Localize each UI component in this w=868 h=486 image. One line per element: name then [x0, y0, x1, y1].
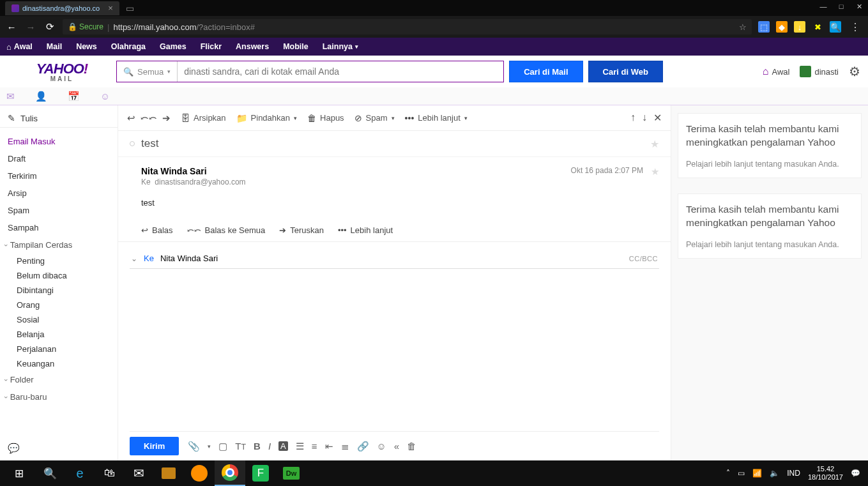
header-home-link[interactable]: ⌂Awal [763, 66, 790, 77]
discard-icon[interactable]: 🗑 [407, 441, 416, 452]
toolbar-forward-arrow-icon[interactable]: ➔ [162, 112, 171, 124]
uhf-more[interactable]: Lainnya ▾ [323, 42, 358, 51]
tray-language[interactable]: IND [787, 469, 800, 478]
folder-archive[interactable]: Arsip [0, 185, 118, 202]
bullet-list-icon[interactable]: ☰ [296, 441, 304, 452]
link-icon[interactable]: 🔗 [357, 441, 369, 452]
rail-card-sub[interactable]: Pelajari lebih lanjut tentang masukan An… [686, 240, 853, 249]
chrome-menu-icon[interactable]: ⋮ [850, 21, 860, 33]
smart-travel[interactable]: Perjalanan [0, 342, 118, 356]
calendar-tab-icon[interactable]: 📅 [68, 91, 80, 102]
taskbar-edge-icon[interactable]: e [65, 463, 95, 483]
send-button[interactable]: Kirim [130, 437, 179, 455]
rail-card-sub[interactable]: Pelajari lebih lanjut tentang masukan An… [686, 160, 853, 169]
section-recent[interactable]: Baru-baru [0, 388, 118, 406]
taskbar-firefox-icon[interactable] [184, 460, 215, 486]
new-tab-button[interactable]: ▭ [126, 3, 134, 13]
attach-icon[interactable]: 📎 [188, 441, 200, 452]
taskbar-mail-icon[interactable]: ✉ [124, 463, 153, 483]
yahoo-mail-logo[interactable]: YAHOO! MAIL [8, 61, 116, 82]
uhf-home[interactable]: ⌂Awal [6, 42, 33, 52]
header-profile-link[interactable]: dinasti [800, 66, 839, 77]
font-size-icon[interactable]: TT [235, 441, 246, 452]
section-folders[interactable]: Folder [0, 371, 118, 388]
tray-chevron-icon[interactable]: ˄ [726, 469, 730, 478]
align-icon[interactable]: ≣ [341, 441, 349, 452]
contacts-tab-icon[interactable]: 👤 [35, 91, 47, 102]
settings-gear-icon[interactable]: ⚙ [849, 64, 860, 79]
taskbar-store-icon[interactable]: 🛍 [95, 463, 124, 483]
smart-unread[interactable]: Belum dibaca [0, 268, 118, 283]
uhf-mail[interactable]: Mail [47, 42, 62, 51]
window-maximize-icon[interactable]: □ [832, 0, 850, 13]
tray-wifi-icon[interactable]: 📶 [752, 469, 762, 478]
taskbar-app-icon[interactable]: F [245, 460, 276, 486]
window-close-icon[interactable]: ✕ [850, 0, 868, 13]
emoji-icon[interactable]: ☺ [377, 441, 386, 452]
search-input[interactable] [178, 61, 503, 82]
search-web-button[interactable]: Cari di Web [588, 61, 663, 82]
messenger-icon[interactable]: 💬 [8, 443, 20, 454]
tab-close-icon[interactable]: × [108, 3, 113, 13]
start-button[interactable]: ⊞ [4, 460, 34, 486]
compose-button[interactable]: ✎ Tulis [0, 109, 118, 128]
folder-draft[interactable]: Draft [0, 150, 118, 167]
folder-spam[interactable]: Spam [0, 202, 118, 219]
smart-finance[interactable]: Keuangan [0, 356, 118, 371]
search-taskbar-icon[interactable]: 🔍 [34, 460, 65, 486]
number-list-icon[interactable]: ≡ [312, 441, 317, 452]
bookmark-star-icon[interactable]: ☆ [739, 22, 747, 32]
archive-button[interactable]: 🗄Arsipkan [181, 113, 226, 123]
indent-icon[interactable]: ⇤ [325, 441, 333, 452]
gif-icon[interactable]: ▢ [218, 441, 227, 452]
address-bar[interactable]: 🔒 Secure | https://mail.yahoo.com/?actio… [63, 19, 752, 34]
close-message-icon[interactable]: ✕ [653, 112, 662, 124]
section-smart-views[interactable]: Tampilan Cerdas [0, 236, 118, 254]
uhf-flickr[interactable]: Flickr [201, 42, 222, 51]
move-button[interactable]: 📁Pindahkan▾ [236, 113, 297, 123]
smart-important[interactable]: Penting [0, 254, 118, 268]
folder-sent[interactable]: Terkirim [0, 167, 118, 185]
notepad-tab-icon[interactable]: ☺ [100, 91, 110, 102]
star-icon[interactable]: ★ [651, 166, 659, 178]
reply-button[interactable]: ↩Balas [141, 225, 173, 235]
more-button[interactable]: •••Lebih lanjut▾ [405, 113, 468, 123]
spam-button[interactable]: ⊘Spam▾ [354, 113, 395, 123]
extension-icon[interactable]: ◆ [776, 21, 788, 33]
taskbar-explorer-icon[interactable] [153, 460, 184, 486]
taskbar-dreamweaver-icon[interactable]: Dw [276, 460, 307, 486]
tray-volume-icon[interactable]: 🔈 [770, 469, 779, 478]
mail-tab-icon[interactable]: ✉ [6, 91, 15, 102]
taskbar-chrome-icon[interactable] [215, 460, 245, 486]
cc-bcc-toggle[interactable]: CC/BCC [629, 255, 658, 262]
nav-reload-icon[interactable]: ⟳ [43, 21, 56, 33]
smart-people[interactable]: Orang [0, 298, 118, 312]
collapse-toolbar-icon[interactable]: « [394, 441, 399, 452]
text-color-icon[interactable]: A [278, 441, 288, 451]
smart-starred[interactable]: Dibintangi [0, 283, 118, 298]
collapse-icon[interactable]: ⌄ [131, 254, 137, 263]
bold-icon[interactable]: B [254, 441, 261, 452]
search-mail-button[interactable]: Cari di Mail [509, 61, 582, 82]
toolbar-replyall-icon[interactable]: ⤺⤺ [141, 112, 157, 124]
uhf-answers[interactable]: Answers [236, 42, 269, 51]
toolbar-back-icon[interactable]: ↩ [127, 112, 135, 124]
chevron-down-icon[interactable]: ▾ [208, 443, 211, 450]
extension-icon[interactable]: 🔍 [830, 21, 841, 33]
message-more-button[interactable]: •••Lebih lanjut [338, 225, 393, 235]
compose-editor[interactable] [130, 269, 659, 431]
extension-icon[interactable]: ⬚ [758, 21, 770, 33]
search-scope-dropdown[interactable]: 🔍 Semua ▾ [117, 61, 178, 82]
window-minimize-icon[interactable]: — [814, 0, 832, 13]
star-icon[interactable]: ★ [650, 138, 659, 150]
reply-all-button[interactable]: ⤺⤺Balas ke Semua [187, 225, 266, 235]
tray-clock[interactable]: 15.42 18/10/2017 [808, 465, 843, 481]
extension-icon[interactable]: ↓ [794, 21, 805, 33]
move-up-icon[interactable]: ↑ [630, 112, 636, 124]
folder-trash[interactable]: Sampah [0, 219, 118, 236]
folder-inbox[interactable]: Email Masuk [0, 133, 118, 150]
smart-social[interactable]: Sosial [0, 312, 118, 327]
uhf-games[interactable]: Games [160, 42, 187, 51]
smart-shopping[interactable]: Belanja [0, 327, 118, 342]
move-down-icon[interactable]: ↓ [642, 112, 647, 124]
